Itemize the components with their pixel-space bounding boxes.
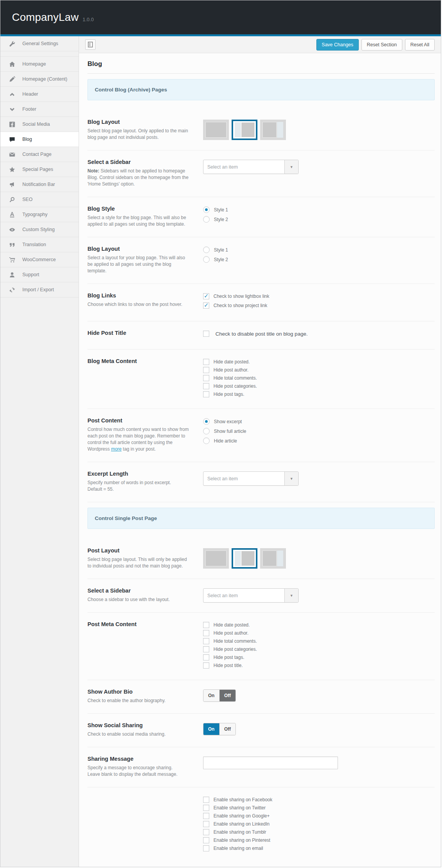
- setting-title: Excerpt Length: [87, 471, 190, 477]
- layout-option-right-sidebar[interactable]: [260, 120, 286, 140]
- sidebar-item-seo[interactable]: SEO: [0, 192, 79, 207]
- radio-blog-style-1[interactable]: Style 1: [203, 206, 435, 213]
- setting-description: Select a style for the blog page. This w…: [87, 214, 190, 228]
- wrench-icon: [8, 41, 16, 47]
- radio-blog-layout-1[interactable]: Style 1: [203, 247, 435, 253]
- radio-blog-layout-2[interactable]: Style 2: [203, 256, 435, 263]
- reset-all-button[interactable]: Reset All: [405, 39, 435, 51]
- checkbox-share-googleplus[interactable]: Enable sharing on Google+: [203, 813, 435, 819]
- cart-icon: [8, 257, 16, 263]
- toggle-on-button[interactable]: On: [203, 723, 219, 735]
- post-sidebar-select[interactable]: Select an item: [203, 588, 299, 603]
- checkbox: [203, 845, 209, 851]
- checkbox-project-link[interactable]: Check to show project link: [203, 302, 435, 309]
- more-tag-link[interactable]: more: [111, 446, 121, 452]
- radio: [203, 428, 210, 434]
- sidebar-item-support[interactable]: Support: [0, 267, 79, 282]
- sidebar-item-import-export[interactable]: Import / Export: [0, 282, 79, 297]
- sidebar-item-contact-page[interactable]: Contact Page: [0, 147, 79, 162]
- setting-title: Blog Links: [87, 292, 190, 299]
- sharing-message-input[interactable]: [203, 757, 338, 769]
- layout-option-full-width[interactable]: [203, 120, 229, 140]
- setting-description: Specify number of words in post excerpt.…: [87, 480, 190, 493]
- setting-row-blog-links: Blog Links Choose which links to show on…: [87, 284, 435, 321]
- sidebar-item-custom-styling[interactable]: Custom Styling: [0, 222, 79, 237]
- section-heading-single: Control Single Post Page: [87, 508, 435, 529]
- search-icon: [8, 196, 16, 203]
- checkbox-hide-date[interactable]: Hide date posted.: [203, 622, 435, 628]
- radio: [203, 256, 210, 263]
- setting-description: Choose a sidebar to use with the layout.: [87, 596, 190, 603]
- section-heading-archive: Control Blog (Archive) Pages: [87, 79, 435, 100]
- checkbox-hide-comments[interactable]: Hide total comments.: [203, 375, 435, 381]
- envelope-icon: [8, 151, 16, 158]
- checkbox-hide-post-title[interactable]: Check to disable post title on blog page…: [203, 331, 435, 337]
- toolbar: Save Changes Reset Section Reset All: [79, 36, 441, 53]
- layout-option-left-sidebar[interactable]: [232, 120, 257, 140]
- checkbox-hide-categories[interactable]: Hide post categories.: [203, 383, 435, 389]
- checkbox-share-facebook[interactable]: Enable sharing on Facebook: [203, 797, 435, 803]
- checkbox-checked: [203, 293, 209, 299]
- star-icon: [8, 166, 16, 173]
- sidebar-item-blog[interactable]: Blog: [0, 132, 79, 147]
- toggle-off-button[interactable]: Off: [219, 690, 235, 701]
- sidebar-item-footer[interactable]: Footer: [0, 102, 79, 117]
- layout-toggle-button[interactable]: [85, 39, 96, 50]
- setting-row-blog-layout-style: Blog Layout Select a layout for your blo…: [87, 237, 435, 284]
- checkbox-share-email[interactable]: Enable sharing on email: [203, 845, 435, 851]
- setting-title: Blog Style: [87, 206, 190, 212]
- sidebar-item-woocommerce[interactable]: WooCommerce: [0, 252, 79, 267]
- sidebar-item-translation[interactable]: Translation: [0, 237, 79, 252]
- sidebar-item-typography[interactable]: Typography: [0, 207, 79, 222]
- typography-icon: [8, 211, 16, 218]
- radio-hide-article[interactable]: Hide article: [203, 437, 435, 444]
- post-layout-option-left-sidebar[interactable]: [232, 548, 257, 569]
- setting-row-author-bio: Show Author Bio Check to enable the auth…: [87, 680, 435, 714]
- megaphone-icon: [8, 181, 16, 188]
- radio-show-full-article[interactable]: Show full article: [203, 428, 435, 434]
- pencil-icon: [8, 76, 16, 83]
- setting-row-sharing-message: Sharing Message Specify a message to enc…: [87, 747, 435, 787]
- setting-title: Show Social Sharing: [87, 722, 190, 728]
- settings-sidebar: General Settings Homepage Homepage (Cont…: [0, 36, 79, 867]
- sidebar-item-social-media[interactable]: Social Media: [0, 117, 79, 132]
- sidebar-select[interactable]: Select an item: [203, 160, 299, 174]
- quote-icon: [8, 241, 16, 248]
- excerpt-length-select[interactable]: Select an item: [203, 471, 299, 486]
- sidebar-item-homepage-content[interactable]: Homepage (Content): [0, 72, 79, 87]
- reset-section-button[interactable]: Reset Section: [361, 39, 402, 51]
- setting-row-post-select-sidebar: Select a Sidebar Choose a sidebar to use…: [87, 579, 435, 613]
- radio: [203, 247, 210, 253]
- radio-show-excerpt[interactable]: Show excerpt: [203, 418, 435, 425]
- sidebar-item-header[interactable]: Header: [0, 87, 79, 102]
- checkbox-share-pinterest[interactable]: Enable sharing on Pinterest: [203, 837, 435, 843]
- setting-title: Blog Layout: [87, 246, 190, 252]
- radio-blog-style-2[interactable]: Style 2: [203, 216, 435, 223]
- sidebar-item-general-settings[interactable]: General Settings: [0, 36, 79, 51]
- checkbox-hide-date[interactable]: Hide date posted.: [203, 359, 435, 365]
- checkbox-hide-tags[interactable]: Hide post tags.: [203, 654, 435, 660]
- post-layout-option-right-sidebar[interactable]: [260, 548, 286, 569]
- checkbox-hide-comments[interactable]: Hide total comments.: [203, 638, 435, 644]
- checkbox-share-twitter[interactable]: Enable sharing on Twitter: [203, 805, 435, 811]
- checkbox-hide-author[interactable]: Hide post author.: [203, 630, 435, 636]
- checkbox-hide-title[interactable]: Hide post title.: [203, 662, 435, 669]
- chevron-up-icon: [8, 91, 16, 98]
- toggle-off-button[interactable]: Off: [219, 723, 235, 735]
- chevron-down-icon: [284, 589, 298, 602]
- sidebar-item-special-pages[interactable]: Special Pages: [0, 162, 79, 177]
- toggle-on-button[interactable]: On: [203, 690, 219, 701]
- checkbox-hide-categories[interactable]: Hide post categories.: [203, 646, 435, 652]
- checkbox-checked: [203, 302, 209, 309]
- checkbox-hide-tags[interactable]: Hide post tags.: [203, 391, 435, 397]
- checkbox-lightbox-link[interactable]: Check to show lightbox link: [203, 293, 435, 299]
- sidebar-divider: [0, 51, 79, 57]
- save-changes-button[interactable]: Save Changes: [316, 39, 359, 51]
- sidebar-item-homepage[interactable]: Homepage: [0, 57, 79, 72]
- checkbox-share-linkedin[interactable]: Enable sharing on LinkedIn: [203, 821, 435, 827]
- post-layout-option-full-width[interactable]: [203, 548, 229, 569]
- sidebar-item-notification-bar[interactable]: Notification Bar: [0, 177, 79, 192]
- checkbox-share-tumblr[interactable]: Enable sharing on Tumblr: [203, 829, 435, 835]
- checkbox-hide-author[interactable]: Hide post author.: [203, 367, 435, 373]
- checkbox: [203, 805, 209, 811]
